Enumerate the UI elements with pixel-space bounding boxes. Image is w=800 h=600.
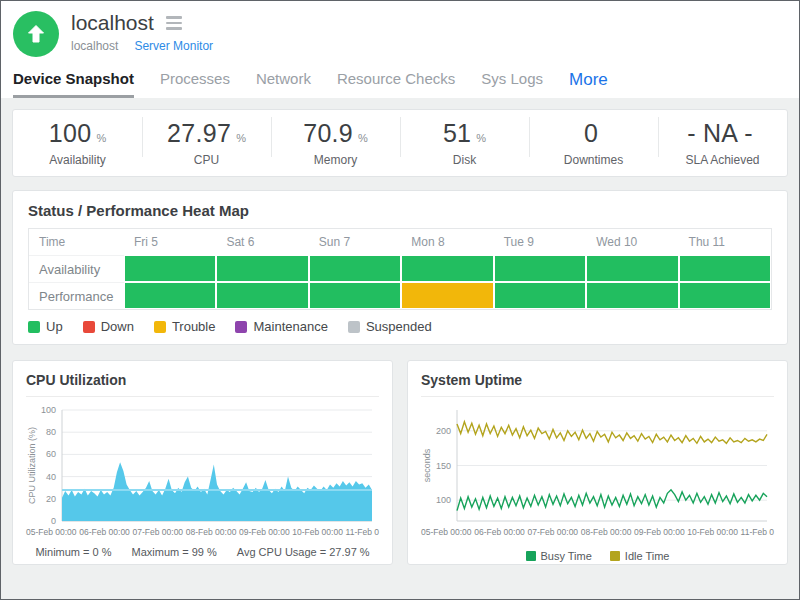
heatmap-day-header: Sat 6 xyxy=(216,229,308,255)
stat-cpu: 27.97% CPU xyxy=(142,119,271,167)
maintenance-swatch-icon xyxy=(235,321,247,333)
heatmap-legend: UpDownTroubleMaintenanceSuspended xyxy=(28,319,772,334)
page-title: localhost xyxy=(71,11,154,35)
svg-text:100: 100 xyxy=(436,495,451,505)
uptime-chart-x-axis: 05-Feb 00:0006-Feb 00:0007-Feb 00:0008-F… xyxy=(421,527,774,537)
x-tick-label: 10-Feb 00:00 xyxy=(687,527,738,537)
legend-item-down: Down xyxy=(83,319,134,334)
legend-label: Up xyxy=(46,319,63,334)
cpu-chart-title: CPU Utilization xyxy=(26,372,379,397)
heatmap-cell-up[interactable] xyxy=(494,282,586,309)
tab-sys-logs[interactable]: Sys Logs xyxy=(481,70,543,95)
uptime-legend-item: Busy Time xyxy=(526,550,592,562)
tab-network[interactable]: Network xyxy=(256,70,311,95)
heatmap-cell-up[interactable] xyxy=(216,282,308,309)
x-tick-label: 07-Feb 00:00 xyxy=(133,527,184,537)
stat-value: - NA - xyxy=(687,119,753,148)
stat-value: 27.97 xyxy=(167,119,231,148)
system-uptime-card: System Uptime 100150200seconds 05-Feb 00… xyxy=(407,360,788,565)
x-tick-label: 05-Feb 00:00 xyxy=(421,527,472,537)
svg-text:0: 0 xyxy=(51,516,56,525)
heatmap-cell-up[interactable] xyxy=(216,255,308,282)
stat-label: Availability xyxy=(13,153,142,167)
stat-unit: % xyxy=(96,132,106,144)
series-swatch-icon xyxy=(526,551,536,561)
stat-label: SLA Achieved xyxy=(658,153,787,167)
stat-value: 100 xyxy=(49,119,92,148)
suspended-swatch-icon xyxy=(348,321,360,333)
x-tick-label: 08-Feb 00:00 xyxy=(581,527,632,537)
heatmap-day-header: Mon 8 xyxy=(401,229,493,255)
tab-device-snapshot[interactable]: Device Snapshot xyxy=(13,70,134,98)
uptime-chart-title: System Uptime xyxy=(421,372,774,397)
content-area: 100% Availability 27.97% CPU 70.9% Memor… xyxy=(1,98,799,599)
breadcrumb-monitor-type-link[interactable]: Server Monitor xyxy=(134,39,213,53)
x-tick-label: 06-Feb 00:00 xyxy=(79,527,130,537)
tab-processes[interactable]: Processes xyxy=(160,70,230,95)
x-tick-label: 05-Feb 00:00 xyxy=(26,527,77,537)
stat-value: 51 xyxy=(443,119,471,148)
cpu-summary-stat: Minimum = 0 % xyxy=(35,546,111,558)
breadcrumb: localhost Server Monitor xyxy=(71,39,213,53)
stat-label: CPU xyxy=(142,153,271,167)
stat-sla: - NA - SLA Achieved xyxy=(658,119,787,167)
heatmap-cell-up[interactable] xyxy=(124,255,216,282)
cpu-utilization-chart[interactable]: 020406080100CPU Utilization (%) xyxy=(26,403,378,525)
legend-item-up: Up xyxy=(28,319,63,334)
heatmap-cell-up[interactable] xyxy=(309,282,401,309)
tab-resource-checks[interactable]: Resource Checks xyxy=(337,70,455,95)
heatmap-section: Status / Performance Heat Map Time Fri 5… xyxy=(12,190,788,345)
heatmap-row-label: Availability xyxy=(29,255,124,282)
uptime-legend-item: Idle Time xyxy=(610,550,670,562)
legend-label: Trouble xyxy=(172,319,216,334)
stat-label: Downtimes xyxy=(529,153,658,167)
heatmap-day-header: Fri 5 xyxy=(124,229,216,255)
x-tick-label: 11-Feb 0 xyxy=(346,527,379,537)
legend-label: Suspended xyxy=(366,319,432,334)
heatmap-title: Status / Performance Heat Map xyxy=(28,202,772,219)
svg-text:CPU Utilization (%): CPU Utilization (%) xyxy=(27,427,37,504)
system-uptime-chart[interactable]: 100150200seconds xyxy=(421,403,773,525)
heatmap-cell-up[interactable] xyxy=(494,255,586,282)
heatmap-row: Availability xyxy=(29,255,771,282)
legend-item-maintenance: Maintenance xyxy=(235,319,327,334)
heatmap-day-header: Wed 10 xyxy=(586,229,678,255)
stat-unit: % xyxy=(358,132,368,144)
svg-text:seconds: seconds xyxy=(422,448,432,482)
heatmap-row: Performance xyxy=(29,282,771,309)
server-monitor-window: localhost localhost Server Monitor Devic… xyxy=(0,0,800,600)
x-tick-label: 10-Feb 00:00 xyxy=(292,527,343,537)
series-label: Busy Time xyxy=(541,550,592,562)
x-tick-label: 06-Feb 00:00 xyxy=(474,527,525,537)
heatmap-table: Time Fri 5Sat 6Sun 7Mon 8Tue 9Wed 10Thu … xyxy=(28,228,772,310)
svg-text:150: 150 xyxy=(436,461,451,471)
down-swatch-icon xyxy=(83,321,95,333)
heatmap-cell-up[interactable] xyxy=(679,282,771,309)
heatmap-cell-up[interactable] xyxy=(124,282,216,309)
heatmap-cell-up[interactable] xyxy=(309,255,401,282)
svg-text:200: 200 xyxy=(436,426,451,436)
header: localhost localhost Server Monitor xyxy=(1,1,799,57)
stat-unit: % xyxy=(476,132,486,144)
heatmap-header-row: Time Fri 5Sat 6Sun 7Mon 8Tue 9Wed 10Thu … xyxy=(29,229,771,255)
charts-row: CPU Utilization 020406080100CPU Utilizat… xyxy=(12,360,788,565)
legend-label: Maintenance xyxy=(253,319,327,334)
svg-text:20: 20 xyxy=(46,494,56,504)
legend-label: Down xyxy=(101,319,134,334)
hamburger-menu-icon[interactable] xyxy=(164,14,184,32)
legend-item-trouble: Trouble xyxy=(154,319,216,334)
stats-strip: 100% Availability 27.97% CPU 70.9% Memor… xyxy=(12,109,788,177)
heatmap-cell-up[interactable] xyxy=(586,282,678,309)
svg-text:60: 60 xyxy=(46,449,56,459)
tab-more[interactable]: More xyxy=(569,70,608,96)
heatmap-cell-up[interactable] xyxy=(401,255,493,282)
monitor-status-icon xyxy=(13,11,59,57)
cpu-summary-stat: Maximum = 99 % xyxy=(132,546,217,558)
heatmap-cell-trouble[interactable] xyxy=(401,282,493,309)
heatmap-cell-up[interactable] xyxy=(679,255,771,282)
heatmap-cell-up[interactable] xyxy=(586,255,678,282)
svg-text:80: 80 xyxy=(46,427,56,437)
breadcrumb-device: localhost xyxy=(71,39,118,53)
x-tick-label: 09-Feb 00:00 xyxy=(239,527,290,537)
stat-availability: 100% Availability xyxy=(13,119,142,167)
